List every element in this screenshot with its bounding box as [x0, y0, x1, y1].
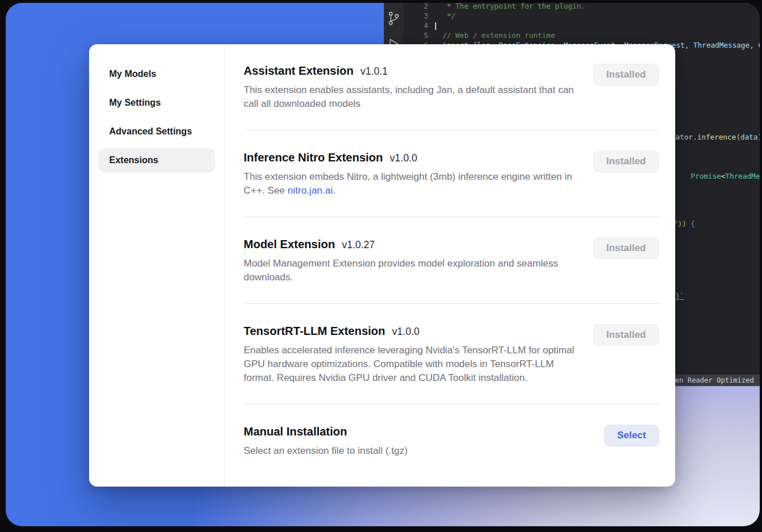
sidebar-item-label: Extensions: [109, 155, 158, 165]
code-line: 4: [403, 21, 760, 30]
description-text: Model Management Extension provides mode…: [244, 258, 558, 283]
extension-name: Assistant Extension: [244, 64, 353, 78]
line-number: 5: [403, 30, 428, 40]
code-line: 2 * The entrypoint for the plugin.: [403, 3, 760, 11]
sidebar-item-extensions[interactable]: Extensions: [98, 148, 215, 172]
extension-version: v1.0.27: [342, 239, 375, 251]
sidebar-item-my-models[interactable]: My Models: [98, 62, 215, 86]
text-cursor: [435, 22, 436, 30]
description-text: Enables accelerated inference leveraging…: [244, 345, 574, 383]
extension-name: Inference Nitro Extension: [244, 151, 383, 164]
extension-version: v1.0.0: [390, 152, 417, 164]
code-lines: 2 * The entrypoint for the plugin.3 */45…: [403, 3, 760, 50]
extensions-panel: Assistant Extensionv1.0.1This extension …: [225, 44, 675, 487]
settings-sidebar: My ModelsMy SettingsAdvanced SettingsExt…: [89, 44, 225, 487]
code-line: 3 */: [403, 11, 760, 21]
source-control-icon[interactable]: [387, 11, 401, 26]
sidebar-item-label: My Models: [109, 69, 156, 79]
sidebar-item-my-settings[interactable]: My Settings: [98, 91, 215, 115]
extension-description: Select an extension file to install (.tg…: [244, 444, 407, 458]
installed-button[interactable]: Installed: [593, 64, 659, 86]
extension-description: This extension embeds Nitro, a lightweig…: [244, 170, 576, 198]
code-fragment: rator.inference(data));: [671, 133, 760, 142]
description-text: Select an extension file to install (.tg…: [244, 445, 407, 456]
line-number: 3: [403, 11, 428, 21]
nitro-jan-ai-link[interactable]: nitro.jan.ai.: [288, 185, 336, 196]
extension-section-inference-nitro-extension: Inference Nitro Extensionv1.0.0This exte…: [244, 130, 659, 217]
code-line: 5// Web / extension runtime: [403, 30, 760, 40]
installed-button[interactable]: Installed: [593, 237, 659, 259]
extension-description: This extension enables assistants, inclu…: [244, 83, 576, 111]
select-button[interactable]: Select: [604, 425, 659, 446]
installed-button[interactable]: Installed: [593, 324, 659, 346]
extension-section-assistant-extension: Assistant Extensionv1.0.1This extension …: [244, 64, 659, 130]
app-window: 2 * The entrypoint for the plugin.3 */45…: [6, 3, 760, 526]
extension-version: v1.0.1: [360, 65, 388, 78]
code-fragment: Promise<ThreadMessage>: [691, 172, 760, 181]
sidebar-item-label: Advanced Settings: [109, 126, 192, 137]
extension-version: v1.0.0: [392, 326, 420, 338]
sidebar-item-label: My Settings: [109, 98, 161, 108]
settings-modal: My ModelsMy SettingsAdvanced SettingsExt…: [89, 44, 675, 487]
extension-section-model-extension: Model Extensionv1.0.27Model Management E…: [244, 217, 659, 304]
extension-name: Manual Installation: [244, 425, 347, 438]
extension-name: TensortRT-LLM Extension: [244, 324, 385, 338]
extension-name: Model Extension: [244, 237, 335, 251]
line-number: 4: [403, 21, 428, 30]
extension-description: Enables accelerated inference leveraging…: [244, 344, 576, 385]
code-fragment: ")) {: [674, 219, 695, 229]
extension-description: Model Management Extension provides mode…: [244, 257, 576, 284]
extension-section-tensortrt-llm-extension: TensortRT-LLM Extensionv1.0.0Enables acc…: [244, 304, 659, 404]
installed-button[interactable]: Installed: [593, 151, 659, 172]
description-text: This extension enables assistants, inclu…: [244, 84, 574, 109]
sidebar-item-advanced-settings[interactable]: Advanced Settings: [98, 119, 215, 144]
line-number: 2: [403, 3, 428, 11]
extension-section-manual-installation: Manual InstallationSelect an extension f…: [244, 404, 659, 477]
